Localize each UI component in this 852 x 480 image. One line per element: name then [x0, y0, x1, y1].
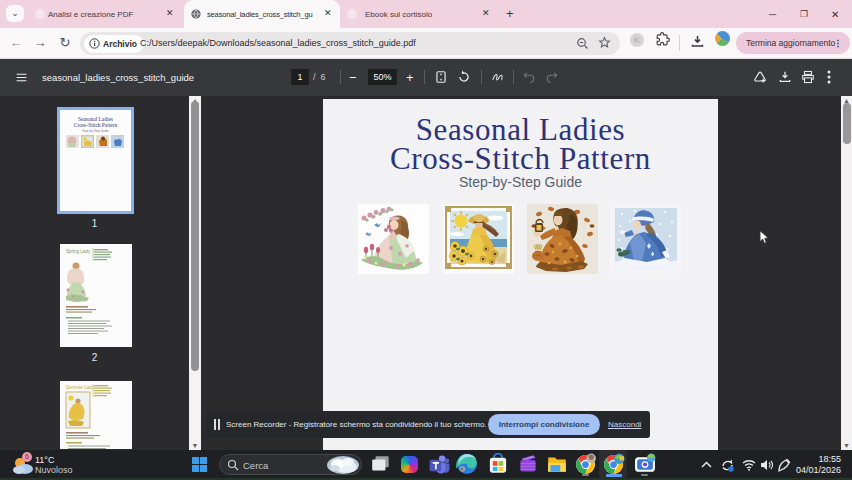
- svg-text:Step-by-Step Guide: Step-by-Step Guide: [82, 129, 109, 133]
- svg-text:Spring Lady: Spring Lady: [66, 249, 91, 254]
- svg-text:Cross-Stitch Pattern: Cross-Stitch Pattern: [74, 122, 118, 128]
- svg-text:Summer Lady: Summer Lady: [66, 385, 95, 390]
